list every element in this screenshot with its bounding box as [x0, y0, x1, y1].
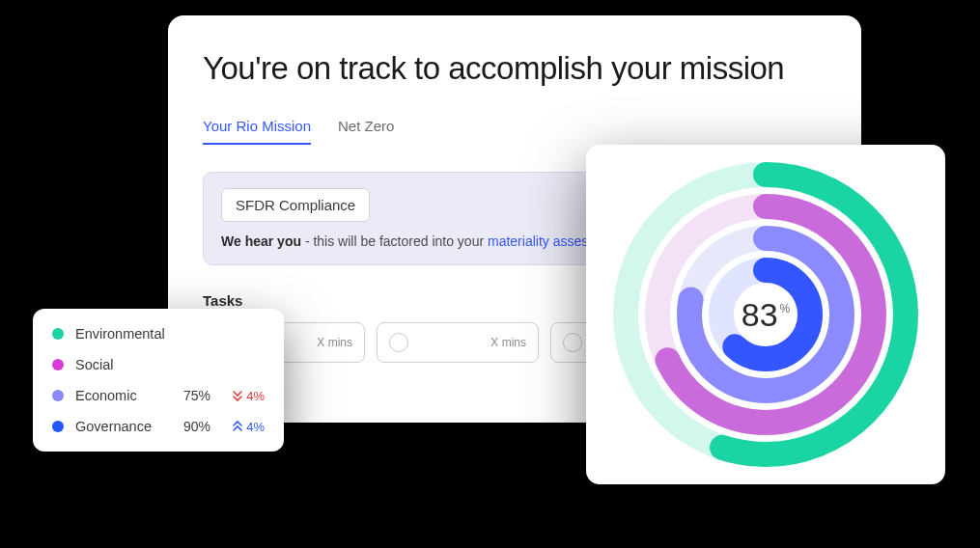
legend-row: Social [52, 357, 265, 372]
legend-value: 75% [174, 388, 210, 403]
score-card: 83 % [586, 145, 945, 484]
legend-row: Environmental [52, 326, 265, 342]
tab-your-rio-mission[interactable]: Your Rio Mission [203, 118, 311, 144]
chevron-down-icon: 4% [222, 389, 265, 403]
chevron-up-icon: 4% [222, 420, 265, 434]
mission-tabs: Your Rio Mission Net Zero [203, 118, 826, 145]
tab-net-zero[interactable]: Net Zero [338, 118, 394, 144]
info-body: - this will be factored into your [301, 233, 488, 249]
legend-label: Economic [75, 388, 162, 403]
legend-card: EnvironmentalSocialEconomic75%4%Governan… [33, 309, 284, 452]
sfdr-chip[interactable]: SFDR Compliance [221, 188, 370, 222]
legend-dot-icon [52, 328, 64, 340]
task-duration: X mins [317, 336, 352, 349]
task-duration: X mins [490, 336, 526, 349]
legend-label: Governance [75, 419, 162, 434]
legend-label: Social [75, 357, 265, 372]
legend-dot-icon [52, 390, 64, 401]
score-unit: % [780, 302, 791, 315]
info-lead: We hear you [221, 233, 301, 249]
legend-dot-icon [52, 421, 64, 432]
legend-row: Economic75%4% [52, 388, 265, 403]
circle-icon [389, 333, 408, 352]
legend-label: Environmental [75, 326, 265, 342]
legend-row: Governance90%4% [52, 419, 265, 434]
radial-chart: 83 % [611, 160, 920, 469]
task-card[interactable]: X mins [377, 322, 539, 363]
score-value: 83 [742, 296, 778, 334]
page-title: You're on track to accomplish your missi… [203, 50, 826, 87]
circle-icon [563, 333, 582, 352]
legend-value: 90% [174, 419, 210, 434]
legend-dot-icon [52, 359, 64, 370]
radial-chart-center: 83 % [742, 296, 791, 334]
